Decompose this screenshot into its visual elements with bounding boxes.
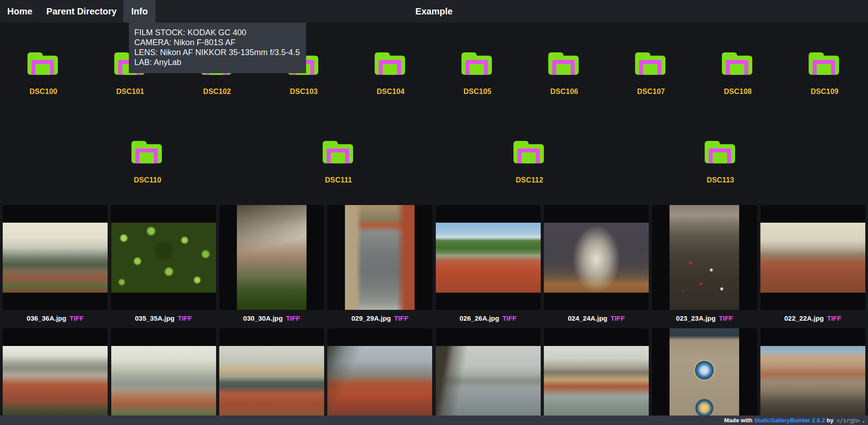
- folder-name: DSC110: [134, 176, 161, 184]
- photo-grid: 036_36A.jpgTIFF 035_35A.jpgTIFF 030_30A.…: [0, 205, 868, 425]
- folder-icon: [511, 137, 547, 166]
- photo-caption: 022_22A.jpgTIFF: [760, 310, 865, 328]
- folder-item[interactable]: DSC104: [347, 49, 434, 96]
- photo-filename-link[interactable]: 035_35A.jpg: [135, 314, 175, 322]
- photo-image: [760, 346, 865, 416]
- folder-name: DSC108: [724, 88, 752, 96]
- footer-period-text: .: [861, 417, 864, 424]
- photo-cell: 030_30A.jpgTIFF: [219, 205, 324, 328]
- photo-image: [111, 223, 216, 293]
- folder-icon: [720, 49, 756, 78]
- photo-filename-link[interactable]: 024_24A.jpg: [568, 314, 608, 322]
- photo-cell: 035_35A.jpgTIFF: [111, 205, 216, 328]
- photo-cell: [544, 328, 649, 425]
- folder-item[interactable]: DSC108: [694, 49, 781, 96]
- folder-name: DSC102: [203, 88, 231, 96]
- folder-name: DSC113: [707, 176, 734, 184]
- photo-tiff-link[interactable]: TIFF: [70, 314, 84, 322]
- folder-item[interactable]: DSC105: [434, 49, 521, 96]
- photo-image: [111, 346, 216, 416]
- photo-tiff-link[interactable]: TIFF: [827, 314, 841, 322]
- footer-srgn-logo[interactable]: </srgn>: [836, 417, 860, 424]
- photo-caption: 029_29A.jpgTIFF: [327, 310, 432, 328]
- photo-thumbnail[interactable]: [544, 205, 649, 310]
- photo-image: [3, 223, 108, 293]
- footer-by-text: by: [825, 417, 834, 424]
- info-lab: LAB: AnyLab: [134, 57, 300, 67]
- photo-image: [345, 205, 415, 310]
- photo-filename-link[interactable]: 029_29A.jpg: [351, 314, 391, 322]
- folder-name: DSC106: [550, 88, 578, 96]
- photo-thumbnail[interactable]: [327, 328, 432, 425]
- photo-caption: 030_30A.jpgTIFF: [219, 310, 324, 328]
- folder-icon: [703, 137, 739, 166]
- folder-icon: [373, 49, 409, 78]
- info-panel: FILM STOCK: KODAK GC 400 CAMERA: Nikon F…: [129, 23, 306, 73]
- nav-link-parent-directory[interactable]: Parent Directory: [47, 0, 117, 23]
- footer-made-with-text: Made with: [724, 417, 754, 424]
- photo-cell: [327, 328, 432, 425]
- footer-builder-link[interactable]: StaticGalleryBuilder 2.6.2: [754, 417, 825, 424]
- nav-bar: Home Parent Directory Info Example: [0, 0, 868, 23]
- folder-item[interactable]: DSC107: [608, 49, 694, 96]
- photo-tiff-link[interactable]: TIFF: [286, 314, 300, 322]
- photo-image: [436, 346, 541, 416]
- photo-caption: 035_35A.jpgTIFF: [111, 310, 216, 328]
- folder-name: DSC103: [290, 88, 318, 96]
- photo-tiff-link[interactable]: TIFF: [611, 314, 625, 322]
- folder-item[interactable]: DSC110: [104, 137, 191, 184]
- photo-cell: 023_23A.jpgTIFF: [652, 205, 757, 328]
- photo-caption: 036_36A.jpgTIFF: [3, 310, 108, 328]
- photo-tiff-link[interactable]: TIFF: [178, 314, 192, 322]
- photo-filename-link[interactable]: 026_26A.jpg: [460, 314, 500, 322]
- photo-thumbnail[interactable]: [219, 328, 324, 425]
- folder-item[interactable]: DSC111: [295, 137, 382, 184]
- photo-thumbnail[interactable]: [219, 205, 324, 310]
- photo-filename-link[interactable]: 030_30A.jpg: [243, 314, 283, 322]
- photo-tiff-link[interactable]: TIFF: [502, 314, 517, 322]
- folder-item[interactable]: DSC109: [781, 49, 868, 96]
- folder-icon: [321, 137, 357, 166]
- photo-image: [760, 223, 865, 293]
- photo-thumbnail[interactable]: [111, 205, 216, 310]
- photo-caption: 026_26A.jpgTIFF: [436, 310, 541, 328]
- photo-image: [3, 346, 108, 416]
- photo-thumbnail[interactable]: [3, 205, 108, 310]
- photo-image: [237, 205, 307, 310]
- photo-thumbnail[interactable]: [544, 328, 649, 425]
- photo-thumbnail[interactable]: [3, 328, 108, 425]
- folder-icon: [25, 49, 61, 78]
- photo-tiff-link[interactable]: TIFF: [719, 314, 733, 322]
- photo-tiff-link[interactable]: TIFF: [394, 314, 409, 322]
- photo-thumbnail[interactable]: [760, 205, 865, 310]
- folder-name: DSC105: [463, 88, 491, 96]
- info-film-stock: FILM STOCK: KODAK GC 400: [134, 28, 300, 37]
- photo-thumbnail[interactable]: [111, 328, 216, 425]
- photo-image: [327, 346, 432, 416]
- photo-cell: 022_22A.jpgTIFF: [760, 205, 865, 328]
- photo-cell: 024_24A.jpgTIFF: [544, 205, 649, 328]
- photo-thumbnail[interactable]: [436, 328, 541, 425]
- photo-caption: 024_24A.jpgTIFF: [544, 310, 649, 328]
- folder-name: DSC107: [637, 88, 665, 96]
- photo-thumbnail[interactable]: [327, 205, 432, 310]
- folder-item[interactable]: DSC100: [0, 49, 87, 96]
- photo-thumbnail[interactable]: [652, 205, 757, 310]
- photo-image: [544, 346, 649, 416]
- photo-thumbnail[interactable]: [760, 328, 865, 425]
- folder-name: DSC112: [516, 176, 543, 184]
- photo-thumbnail[interactable]: [436, 205, 541, 310]
- folder-item[interactable]: DSC113: [677, 137, 764, 184]
- photo-cell: 029_29A.jpgTIFF: [327, 205, 432, 328]
- photo-filename-link[interactable]: 022_22A.jpg: [784, 314, 824, 322]
- photo-image: [670, 328, 739, 425]
- folder-icon: [807, 49, 843, 78]
- photo-thumbnail[interactable]: [652, 328, 757, 425]
- folder-icon: [546, 49, 582, 78]
- folder-item[interactable]: DSC112: [486, 137, 573, 184]
- nav-tab-info[interactable]: Info: [123, 0, 156, 23]
- nav-link-home[interactable]: Home: [7, 0, 33, 23]
- photo-filename-link[interactable]: 036_36A.jpg: [27, 314, 66, 322]
- folder-item[interactable]: DSC106: [521, 49, 608, 96]
- photo-filename-link[interactable]: 023_23A.jpg: [676, 314, 716, 322]
